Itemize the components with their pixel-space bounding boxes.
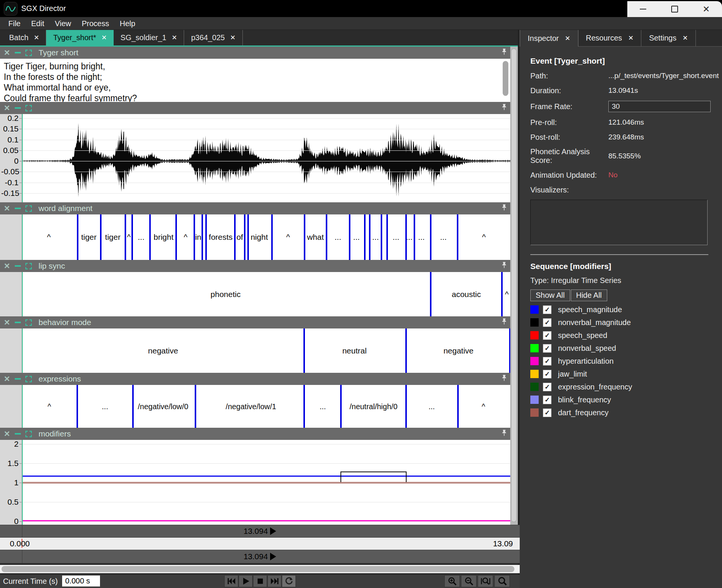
tab-batch[interactable]: Batch✕ <box>2 30 46 45</box>
panel-close-icon[interactable]: ✕ <box>4 205 10 212</box>
segment-marker[interactable] <box>381 214 382 260</box>
panel-minimize-icon[interactable] <box>15 322 21 323</box>
sidebar-tab-resources[interactable]: Resources✕ <box>578 30 642 46</box>
segment-marker[interactable] <box>349 214 350 260</box>
menu-item-file[interactable]: File <box>3 17 26 30</box>
segment-marker[interactable] <box>303 328 305 373</box>
stop-button[interactable] <box>253 575 267 587</box>
series-checkbox[interactable]: ✓ <box>543 370 552 378</box>
segment-marker[interactable] <box>457 214 458 260</box>
segment-marker[interactable] <box>77 214 78 260</box>
vertical-scrollbar-thumb[interactable] <box>511 48 517 522</box>
segment-marker[interactable] <box>125 214 126 260</box>
playhead-line[interactable] <box>22 114 23 202</box>
segment-marker[interactable] <box>430 214 431 260</box>
panel-close-icon[interactable]: ✕ <box>4 104 10 112</box>
menu-item-view[interactable]: View <box>50 17 77 30</box>
zoom-select-button[interactable] <box>494 575 510 587</box>
segment-marker[interactable] <box>77 385 78 428</box>
playhead-line[interactable] <box>22 440 23 525</box>
menu-item-edit[interactable]: Edit <box>26 17 49 30</box>
panel-close-icon[interactable]: ✕ <box>4 319 10 326</box>
panel-minimize-icon[interactable] <box>15 433 21 435</box>
segment-marker[interactable] <box>247 214 249 260</box>
segment-marker[interactable] <box>271 214 273 260</box>
pin-icon[interactable] <box>501 48 507 56</box>
segment-marker[interactable] <box>303 385 305 428</box>
hide-all-button[interactable]: Hide All <box>571 289 607 301</box>
zoom-fit-button[interactable] <box>478 575 493 587</box>
playhead-line[interactable] <box>22 385 23 428</box>
timeline-range-row[interactable]: 0.000 13.09 <box>0 538 520 550</box>
series-checkbox[interactable]: ✓ <box>543 383 552 391</box>
play-button[interactable] <box>239 575 253 587</box>
sidebar-tab-inspector[interactable]: Inspector✕ <box>520 30 578 47</box>
panel-fullscreen-icon[interactable] <box>25 319 32 326</box>
series-checkbox[interactable]: ✓ <box>543 331 552 340</box>
panel-close-icon[interactable]: ✕ <box>4 375 10 383</box>
tab-close-icon[interactable]: ✕ <box>565 34 570 42</box>
segment-marker[interactable] <box>386 214 388 260</box>
series-checkbox[interactable]: ✓ <box>543 305 552 314</box>
menu-item-help[interactable]: Help <box>114 17 141 30</box>
panel-minimize-icon[interactable] <box>15 208 21 209</box>
segment-marker[interactable] <box>369 214 370 260</box>
panel-minimize-icon[interactable] <box>15 52 21 53</box>
pin-icon[interactable] <box>501 318 507 325</box>
tab-sg_soldier_1[interactable]: SG_soldier_1✕ <box>114 30 184 45</box>
series-checkbox[interactable]: ✓ <box>543 396 552 404</box>
pin-icon[interactable] <box>501 104 507 111</box>
tab-close-icon[interactable]: ✕ <box>172 34 177 42</box>
panel-minimize-icon[interactable] <box>15 378 21 380</box>
frame-rate-input[interactable] <box>608 101 711 112</box>
segment-marker[interactable] <box>457 385 459 428</box>
segment-marker[interactable] <box>149 214 151 260</box>
series-checkbox[interactable]: ✓ <box>543 408 552 417</box>
show-all-button[interactable]: Show All <box>530 289 570 301</box>
menu-item-process[interactable]: Process <box>77 17 114 30</box>
zoom-in-button[interactable] <box>444 575 460 587</box>
segment-marker[interactable] <box>244 214 245 260</box>
zoom-out-button[interactable] <box>461 575 477 587</box>
segment-marker[interactable] <box>132 385 134 428</box>
series-checkbox[interactable]: ✓ <box>543 344 552 353</box>
segment-marker[interactable] <box>509 328 510 373</box>
panel-close-icon[interactable]: ✕ <box>4 49 10 56</box>
segment-marker[interactable] <box>405 385 407 428</box>
playhead-line[interactable] <box>22 272 23 316</box>
maximize-button[interactable] <box>666 2 684 16</box>
tab-close-icon[interactable]: ✕ <box>628 34 633 42</box>
pin-icon[interactable] <box>501 375 507 382</box>
series-checkbox[interactable]: ✓ <box>543 357 552 366</box>
panel-fullscreen-icon[interactable] <box>25 376 32 382</box>
playhead-line[interactable] <box>22 214 23 260</box>
tab-tyger_short-[interactable]: Tyger_short*✕ <box>46 30 114 45</box>
segment-marker[interactable] <box>414 214 415 260</box>
segment-marker[interactable] <box>304 214 305 260</box>
visualizers-box[interactable] <box>530 200 708 245</box>
panel-fullscreen-icon[interactable] <box>25 105 32 111</box>
segment-marker[interactable] <box>364 214 366 260</box>
horizontal-scrollbar[interactable] <box>0 565 520 573</box>
tab-close-icon[interactable]: ✕ <box>230 34 235 42</box>
tab-p364_025[interactable]: p364_025✕ <box>184 30 242 45</box>
segment-marker[interactable] <box>234 214 236 260</box>
segment-marker[interactable] <box>501 272 503 316</box>
pin-icon[interactable] <box>501 204 507 211</box>
panel-close-icon[interactable]: ✕ <box>4 430 10 438</box>
segment-marker[interactable] <box>175 214 177 260</box>
skip-to-end-button[interactable] <box>267 575 281 587</box>
panel-minimize-icon[interactable] <box>15 265 21 267</box>
playhead-line[interactable] <box>22 328 23 373</box>
pin-icon[interactable] <box>501 262 507 269</box>
skip-to-start-button[interactable] <box>224 575 238 587</box>
tab-close-icon[interactable]: ✕ <box>683 34 688 42</box>
panel-fullscreen-icon[interactable] <box>25 263 32 269</box>
segment-marker[interactable] <box>194 214 195 260</box>
segment-marker[interactable] <box>202 214 203 260</box>
slider-top-handle-icon[interactable] <box>270 527 276 535</box>
segment-marker[interactable] <box>195 385 196 428</box>
timeline-slider-bottom[interactable]: 13.094 <box>0 550 520 563</box>
segment-marker[interactable] <box>100 214 102 260</box>
pin-icon[interactable] <box>501 430 507 437</box>
